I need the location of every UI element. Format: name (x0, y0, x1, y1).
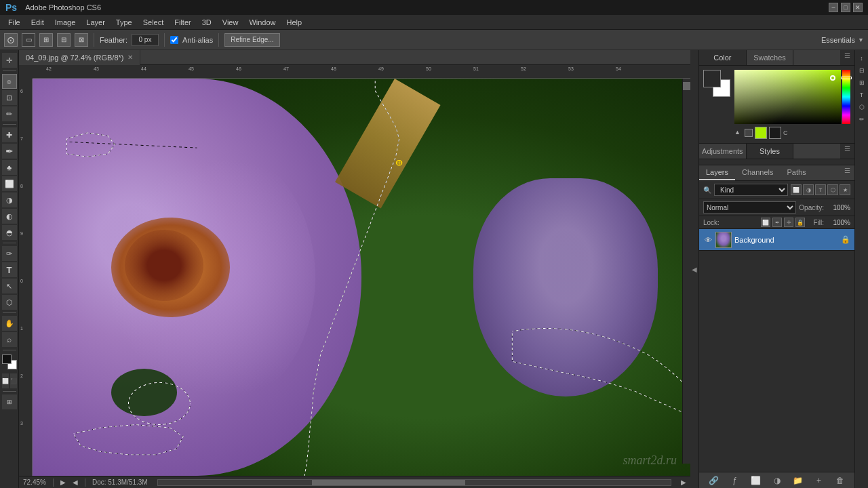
lock-transparent[interactable]: ⬜ (761, 218, 770, 227)
prev-button[interactable]: ◀ (73, 479, 78, 486)
color-cursor[interactable] (830, 75, 835, 81)
tab-layers[interactable]: Layers (699, 165, 735, 180)
color-panel-menu[interactable]: ☰ (840, 50, 854, 65)
tool-zoom[interactable]: ⌕ (2, 332, 17, 347)
maximize-button[interactable]: □ (841, 3, 850, 12)
workspace-dropdown-icon[interactable]: ▼ (858, 37, 864, 43)
layer-filter-pixel[interactable]: ⬜ (791, 184, 802, 195)
menu-3d[interactable]: 3D (197, 17, 217, 28)
minimize-button[interactable]: – (829, 3, 838, 12)
panel-collapse-button[interactable]: ◀ (690, 50, 698, 488)
menu-view[interactable]: View (217, 17, 244, 28)
tool-clone[interactable]: ♣ (2, 160, 17, 175)
layer-filter-smart[interactable]: ★ (840, 184, 850, 195)
tool-eyedropper[interactable]: ✏ (2, 106, 17, 121)
layer-filter-shape[interactable]: ⬡ (827, 184, 838, 195)
v-scroll-thumb[interactable] (683, 82, 690, 90)
color-gradient-main[interactable] (734, 70, 841, 124)
tool-gradient[interactable]: ◑ (2, 192, 17, 207)
right-icon-3[interactable]: ⊞ (856, 77, 867, 88)
tool-path-select[interactable]: ↖ (2, 279, 17, 293)
lock-position[interactable]: ✛ (784, 218, 793, 227)
right-icon-4[interactable]: T (856, 89, 867, 100)
feather-input[interactable] (132, 34, 159, 46)
tool-type[interactable]: T (2, 262, 17, 277)
lasso-option-3[interactable]: ⊟ (57, 33, 71, 47)
new-layer-btn[interactable]: + (814, 475, 825, 486)
screen-mode[interactable]: ⊞ (2, 394, 17, 409)
play-button[interactable]: ▶ (60, 479, 66, 486)
menu-layer[interactable]: Layer (81, 17, 111, 28)
link-layers-btn[interactable]: 🔗 (709, 475, 719, 486)
current-color-preview[interactable] (755, 127, 767, 139)
scroll-right-arrow[interactable]: ▶ (681, 479, 686, 486)
lasso-option-2[interactable]: ⊞ (39, 33, 53, 47)
layer-filter-type[interactable]: T (815, 184, 826, 195)
tool-shape[interactable]: ⬡ (2, 295, 17, 310)
layer-filter-adj[interactable]: ◑ (803, 184, 814, 195)
foreground-color-box[interactable] (703, 70, 721, 87)
tab-channels[interactable]: Channels (735, 165, 780, 180)
hue-strip[interactable] (842, 70, 850, 124)
hue-cursor[interactable] (841, 77, 852, 79)
vertical-scrollbar[interactable] (682, 79, 690, 464)
tool-brush[interactable]: ✒ (2, 144, 17, 159)
h-scroll-thumb[interactable] (312, 480, 466, 485)
tool-hand[interactable]: ✋ (2, 316, 17, 331)
right-icon-5[interactable]: ⬡ (856, 102, 867, 113)
menu-type[interactable]: Type (111, 17, 138, 28)
tool-lasso[interactable]: ⌾ (2, 74, 17, 89)
menu-image[interactable]: Image (50, 17, 81, 28)
tab-styles[interactable]: Styles (747, 144, 794, 159)
tab-paths[interactable]: Paths (781, 165, 813, 180)
close-button[interactable]: ✕ (853, 3, 863, 12)
menu-edit[interactable]: Edit (26, 17, 50, 28)
fg-bg-color-boxes[interactable] (703, 70, 730, 97)
menu-help[interactable]: Help (281, 17, 308, 28)
horizontal-scrollbar[interactable] (157, 479, 671, 486)
lock-pixels[interactable]: ✒ (772, 218, 782, 227)
tab-color[interactable]: Color (699, 50, 747, 65)
menu-window[interactable]: Window (243, 17, 281, 28)
lasso-tool-icon[interactable]: ⊙ (4, 33, 18, 47)
tool-heal[interactable]: ✚ (2, 127, 17, 142)
adj-panel-menu[interactable]: ☰ (840, 144, 854, 159)
blend-mode-select[interactable]: Normal Multiply Screen Overlay (703, 201, 796, 214)
tab-swatches[interactable]: Swatches (747, 50, 794, 65)
adjustment-layer-btn[interactable]: ◑ (772, 475, 783, 486)
tool-move[interactable]: ✛ (2, 53, 17, 68)
right-icon-6[interactable]: ✏ (856, 114, 867, 125)
fg-color-preview[interactable] (769, 127, 781, 139)
standard-mode[interactable]: ⬜ (2, 373, 9, 388)
tool-blur[interactable]: ◐ (2, 209, 17, 224)
layer-mask-btn[interactable]: ⬜ (751, 475, 762, 486)
title-bar-controls[interactable]: – □ ✕ (829, 3, 863, 12)
layer-style-btn[interactable]: ƒ (730, 475, 741, 486)
layers-kind-select[interactable]: Kind Name Effect Mode Attribute Color (714, 184, 788, 196)
menu-filter[interactable]: Filter (169, 17, 196, 28)
doc-tab-current[interactable]: 04_09.jpg @ 72.4% (RGB/8*) ✕ (19, 50, 140, 65)
fill-value[interactable]: 100% (827, 219, 850, 226)
quick-mask[interactable]: ⬛ (10, 373, 17, 388)
fg-bg-colors[interactable] (2, 354, 17, 369)
menu-file[interactable]: File (3, 17, 26, 28)
right-icon-2[interactable]: ⊟ (856, 65, 867, 76)
menu-select[interactable]: Select (138, 17, 170, 28)
right-icon-1[interactable]: ↕ (856, 53, 867, 64)
delete-layer-btn[interactable]: 🗑 (835, 475, 846, 486)
tool-pen[interactable]: ✑ (2, 246, 17, 261)
anti-alias-checkbox[interactable] (170, 36, 178, 44)
lasso-option-1[interactable]: ▭ (22, 33, 35, 47)
doc-tab-close[interactable]: ✕ (127, 54, 133, 61)
tool-dodge[interactable]: ◓ (2, 225, 17, 240)
layer-item-background[interactable]: 👁 Background 🔒 (699, 229, 854, 251)
layers-panel-menu[interactable]: ☰ (840, 165, 854, 180)
group-layer-btn[interactable]: 📁 (793, 475, 804, 486)
lasso-option-4[interactable]: ⊠ (75, 33, 88, 47)
tool-crop[interactable]: ⊡ (2, 90, 17, 105)
refine-edge-button[interactable]: Refine Edge... (224, 33, 279, 47)
tab-adjustments[interactable]: Adjustments (699, 144, 747, 159)
layer-visibility-toggle[interactable]: 👁 (703, 235, 713, 245)
lock-all[interactable]: 🔒 (795, 218, 805, 227)
opacity-value[interactable]: 100% (827, 204, 850, 211)
